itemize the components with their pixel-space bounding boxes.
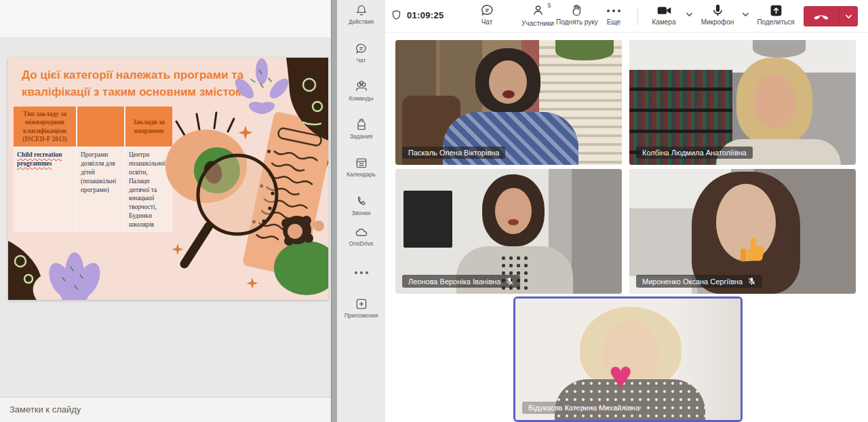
sidebar-item-activity[interactable]: Действия xyxy=(337,3,385,25)
bg-plant xyxy=(555,40,614,60)
raise-hand-icon xyxy=(570,3,584,18)
presentation-top-margin xyxy=(0,0,331,37)
sidebar-item-assignments[interactable]: Задания xyxy=(337,118,385,140)
sidebar-item-label: Приложения xyxy=(337,312,385,319)
participant-figure xyxy=(482,174,545,246)
video-tile-kolbina[interactable]: Колбіна Людмила Анатоліївна xyxy=(629,40,856,165)
sidebar-item-label: Звонки xyxy=(337,210,385,216)
sidebar-item-more[interactable] xyxy=(337,266,385,280)
add-app-icon xyxy=(355,297,368,311)
hangup-button[interactable] xyxy=(804,6,838,26)
table-header-cell xyxy=(77,107,124,147)
backpack-icon xyxy=(355,118,368,132)
participants-count-badge: 5 xyxy=(547,2,551,9)
video-tile-leonova[interactable]: Леонова Вероніка Іванівна xyxy=(395,169,622,294)
participant-name-tag: Відукаєва Катерина Михайлівна xyxy=(522,402,646,414)
sidebar-item-chat[interactable]: Чат xyxy=(337,42,385,64)
table-cell: Child recreation programmes xyxy=(14,148,76,231)
window-divider[interactable] xyxy=(331,0,337,422)
slide-table: Тип закладу за міжнародною класифікацією… xyxy=(14,107,172,232)
participant-name-tag: Мироненко Оксана Сергіївна xyxy=(636,275,762,288)
slide-notes-bar[interactable]: Заметки к слайду xyxy=(0,397,331,422)
more-label: Еще xyxy=(599,18,629,26)
slide-decoration-bottom-left xyxy=(8,235,123,300)
sidebar-item-calendar[interactable]: Календарь xyxy=(337,156,385,178)
mic-off-icon xyxy=(505,277,514,286)
participant-mouth xyxy=(508,219,519,225)
participant-name: Мироненко Оксана Сергіївна xyxy=(642,277,743,286)
app-sidebar: Действия Чат Команды Задания xyxy=(337,0,385,422)
chat-icon xyxy=(480,3,494,18)
participant-name-tag: Паскаль Олена Вікторівна xyxy=(402,147,505,159)
ellipsis-icon xyxy=(612,9,615,12)
meeting-timer-group: 01:09:25 xyxy=(391,9,443,21)
participant-name: Паскаль Олена Вікторівна xyxy=(408,149,499,157)
sidebar-item-teams[interactable]: Команды xyxy=(337,80,385,102)
camera-label: Камера xyxy=(646,18,682,26)
sidebar-item-label: Команды xyxy=(337,95,385,102)
camera-icon xyxy=(656,3,672,18)
table-cell: Програми дозвілля для дітей (позашкільні… xyxy=(77,148,124,231)
participants-label: Участники xyxy=(515,20,560,27)
video-tile-paskal[interactable]: Паскаль Олена Вікторівна xyxy=(395,40,622,165)
video-stage: Паскаль Олена Вікторівна Колбіна Людмила… xyxy=(385,33,868,422)
meeting-toolbar: 01:09:25 Чат 5 Участники Поднять руку xyxy=(385,0,868,33)
hangup-split-button xyxy=(804,6,858,26)
slide-notes-label: Заметки к слайду xyxy=(9,404,81,415)
bg-chandelier xyxy=(753,40,806,58)
mic-off-icon xyxy=(747,277,756,286)
raise-hand-button[interactable]: Поднять руку xyxy=(556,3,597,26)
share-label: Поделиться xyxy=(755,18,797,26)
calendar-icon xyxy=(355,156,368,170)
raise-hand-label: Поднять руку xyxy=(556,18,597,26)
phone-icon xyxy=(355,195,368,208)
camera-button[interactable]: Камера xyxy=(646,3,682,26)
participant-face xyxy=(495,188,532,234)
participant-figure xyxy=(736,58,812,145)
sidebar-item-calls[interactable]: Звонки xyxy=(337,195,385,216)
participant-name: Леонова Вероніка Іванівна xyxy=(408,277,500,286)
participants-button[interactable]: 5 Участники xyxy=(515,3,560,27)
cloud-icon xyxy=(354,227,369,239)
bell-icon xyxy=(355,3,368,17)
sidebar-item-onedrive[interactable]: OneDrive xyxy=(337,227,385,247)
chat-icon xyxy=(355,42,368,56)
table-cell-text: Child recreation programmes xyxy=(17,151,62,167)
teams-meeting-window: До цієї категорії належать програми та к… xyxy=(0,0,868,422)
participant-name: Відукаєва Катерина Михайлівна xyxy=(528,404,639,412)
meeting-timer: 01:09:25 xyxy=(407,10,443,20)
slide-canvas[interactable]: До цієї категорії належать програми та к… xyxy=(8,58,328,300)
participant-name: Колбіна Людмила Анатоліївна xyxy=(642,149,747,157)
sidebar-item-apps[interactable]: Приложения xyxy=(337,297,385,319)
participant-name-tag: Колбіна Людмила Анатоліївна xyxy=(636,147,753,159)
video-tile-vidukaieva-active-speaker[interactable]: ♥ Відукаєва Катерина Михайлівна xyxy=(513,296,743,422)
video-tile-myronenko[interactable]: Мироненко Оксана Сергіївна xyxy=(629,169,856,294)
ellipsis-icon xyxy=(360,271,363,274)
sidebar-item-label: Действия xyxy=(337,18,385,25)
participant-name-tag: Леонова Вероніка Іванівна xyxy=(402,275,520,288)
presentation-pane: До цієї категорії належать програми та к… xyxy=(0,0,331,422)
share-button[interactable]: Поделиться xyxy=(755,3,797,26)
clothing-pattern xyxy=(500,254,531,294)
participant-mouth xyxy=(502,90,515,98)
bg-ceiling xyxy=(629,40,856,73)
more-actions-button[interactable]: Еще xyxy=(599,3,629,26)
teams-people-icon xyxy=(354,80,369,94)
participant-figure xyxy=(475,48,540,113)
microphone-button[interactable]: Микрофон xyxy=(697,3,738,26)
bg-tv xyxy=(403,191,452,248)
toolbar-divider xyxy=(637,7,638,25)
table-header-cell: Тип закладу за міжнародною класифікацією… xyxy=(14,107,76,147)
hangup-options-button[interactable] xyxy=(839,6,858,26)
chat-button[interactable]: Чат xyxy=(470,3,504,26)
participant-face xyxy=(753,74,795,128)
hangup-phone-icon xyxy=(813,12,829,21)
microphone-label: Микрофон xyxy=(697,18,738,26)
sidebar-item-label: Задания xyxy=(337,133,385,140)
reaction-thumbs-up-icon xyxy=(736,233,768,271)
participants-icon xyxy=(531,3,545,18)
shield-icon xyxy=(391,9,402,21)
camera-options-chevron[interactable] xyxy=(686,12,693,17)
microphone-options-chevron[interactable] xyxy=(742,12,749,17)
share-screen-icon xyxy=(769,3,783,18)
